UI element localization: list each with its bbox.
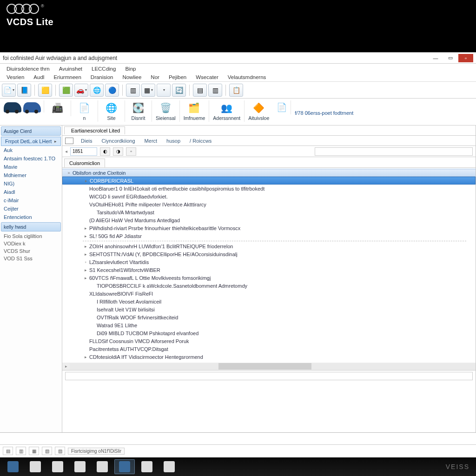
menu-item[interactable]: Nor: [146, 73, 164, 81]
tree-row[interactable]: XLldalsowreBIOIVF FisReFl: [62, 290, 476, 298]
tree-row[interactable]: WiCGD li swvnf EGRdlaedvforkiet.: [62, 192, 476, 200]
tool-button[interactable]: 🟨: [38, 84, 52, 97]
horizontal-scrollbar[interactable]: ▸: [62, 363, 476, 370]
taskbar-item[interactable]: [159, 459, 179, 474]
status-icon[interactable]: ▨: [55, 447, 65, 455]
toolbar-big-button[interactable]: 💽Disnrit: [125, 100, 152, 122]
sidebar-item[interactable]: VCDS Shur: [0, 247, 62, 255]
subtab[interactable]: Merct: [141, 137, 161, 145]
tree-group-header[interactable]: » Obilsfon ordne Cixritoin: [62, 169, 476, 177]
subtab[interactable]: husop: [163, 137, 184, 145]
tree-row[interactable]: ▫LZtsarslevlutlecrt Vitartidis: [62, 258, 476, 266]
subtab[interactable]: Ciyncordkiiong: [98, 137, 139, 145]
taskbar-item[interactable]: [47, 459, 68, 474]
tree-row[interactable]: ▸CDfotesioldiA IfT Vidiscirmoector Hente…: [62, 353, 476, 361]
tree-row[interactable]: Isehralt Ueit V1W birlisitsi: [62, 305, 476, 313]
tree-row[interactable]: ▸PWhdishd-riviart Prsrbe frinourhiuer th…: [62, 224, 476, 232]
sidebar-item[interactable]: Entencietion: [0, 213, 62, 221]
scrollbar-thumb[interactable]: [218, 363, 311, 370]
tree-row[interactable]: I Rllfilloth Veoset Avolamiceil: [62, 298, 476, 305]
filter-widget[interactable]: ◑: [113, 147, 123, 156]
car-icon[interactable]: [23, 102, 41, 112]
tree-row[interactable]: ▸S1 Kececshel1WßforctvWiBER: [62, 266, 476, 274]
status-icon[interactable]: ▧: [42, 447, 52, 455]
tree-row[interactable]: (D AliEGl HaW Ved Mardums Antedlgad: [62, 216, 476, 224]
taskbar-item[interactable]: [3, 459, 23, 474]
tool-button[interactable]: 📋: [229, 84, 243, 97]
sidebar-item[interactable]: Mdhiemer: [0, 171, 62, 179]
command-input[interactable]: [65, 372, 473, 380]
menu-item[interactable]: Avuinshet: [54, 65, 87, 73]
tool-button[interactable]: 🔵: [105, 84, 119, 97]
filter-input[interactable]: [70, 147, 97, 156]
minimize-button[interactable]: —: [429, 54, 443, 62]
toolbar-big-button[interactable]: 📄n: [71, 100, 98, 122]
menu-item[interactable]: Velautsmdnerns: [223, 73, 271, 81]
expand-icon[interactable]: ▸: [83, 252, 88, 257]
toolbar-big-button[interactable]: 🗂️Imfnueme: [180, 100, 210, 122]
sidebar-item-selected[interactable]: Frrpot DetL.ok LHert ▸: [1, 137, 61, 146]
expand-icon[interactable]: ▫: [83, 260, 88, 264]
tool-button[interactable]: 🚗: [74, 84, 88, 97]
tool-button[interactable]: 🌐: [90, 84, 104, 97]
maximize-button[interactable]: ▭: [443, 54, 457, 62]
tree-row[interactable]: Pacitrentetss AUTHTVCQP.Ditsgat: [62, 345, 476, 353]
menu-item[interactable]: Pejiben: [164, 73, 191, 81]
tool-button[interactable]: 🟩: [59, 84, 73, 97]
tree-row[interactable]: HooBlaruer1 0 InIEH1okait oti ertherdluc…: [62, 185, 476, 192]
sidebar-item[interactable]: Antsaim foestcec 1.TO: [0, 154, 62, 163]
filter-widget[interactable]: ▫: [126, 147, 136, 156]
filter-widget[interactable]: ◐: [100, 147, 110, 156]
tree-row[interactable]: TarsitudoVA Mrtartwdyast: [62, 208, 476, 216]
scanner-button[interactable]: 📠: [44, 100, 71, 116]
menu-item[interactable]: Wsecater: [191, 73, 223, 81]
sidebar-item[interactable]: Mavie: [0, 163, 62, 171]
tool-button[interactable]: ▦: [141, 84, 155, 97]
expand-icon[interactable]: ▸: [83, 268, 88, 272]
subtab[interactable]: Dieis: [77, 137, 96, 145]
taskbar-item[interactable]: [92, 459, 112, 474]
scroll-left-icon[interactable]: ▸: [62, 364, 70, 369]
sidebar-item[interactable]: VODiex k: [0, 240, 62, 247]
menu-item[interactable]: Eriurmneen: [49, 73, 86, 81]
toolbar-big-button[interactable]: 🌐Site: [98, 100, 125, 122]
expand-icon[interactable]: ▸: [83, 226, 88, 231]
expand-icon[interactable]: ▸: [83, 234, 88, 238]
menu-item[interactable]: LECCding: [87, 65, 120, 73]
tree-row[interactable]: FLLDSif Coosnusin VMCD Aiforsered Poruk: [62, 337, 476, 345]
tree-row[interactable]: Di09 MIBLD TUCBOM Pshkotaprd elvanfoed: [62, 329, 476, 337]
expand-icon[interactable]: ▸: [83, 178, 89, 183]
toolbar-big-button[interactable]: 🔶Aituivsloe: [245, 100, 273, 122]
status-icon[interactable]: ▤: [3, 447, 13, 455]
tree-row[interactable]: VsOtulHEHo81 Prifte milipeoter IVerrktce…: [62, 200, 476, 208]
expand-icon[interactable]: ▸: [83, 355, 88, 359]
tool-button[interactable]: ▤: [193, 84, 207, 97]
status-chip[interactable]: Fisrtcisigimg oN1f'IDiSlir: [68, 448, 125, 455]
tree-row[interactable]: OVTfRalk WOOF firfvinersittkeciteid: [62, 313, 476, 321]
car-icon[interactable]: [4, 102, 21, 112]
menu-item[interactable]: Diuirsdolence thrn: [2, 65, 54, 73]
subtab[interactable]: / Roiccws: [186, 137, 215, 145]
document-tab[interactable]: Eartianescrolcel Lited: [64, 126, 125, 134]
taskbar-item[interactable]: [25, 459, 46, 474]
tool-button[interactable]: 📄: [2, 84, 16, 97]
sidebar-item[interactable]: Fio Sola cigliltion: [0, 232, 62, 240]
expand-icon[interactable]: ▸: [83, 244, 88, 249]
section-tab[interactable]: Cuisromiclion: [64, 159, 105, 167]
menu-item[interactable]: Dranision: [86, 73, 118, 81]
tree-row[interactable]: ▸ZOIrH anohinsowhrH LUWldfon'1 BclitRTNE…: [62, 242, 476, 250]
status-icon[interactable]: ▥: [16, 447, 26, 455]
sidebar-item[interactable]: Auk: [0, 146, 62, 154]
taskbar-item-active[interactable]: [114, 459, 135, 474]
sidebar-item[interactable]: Ceijter: [0, 205, 62, 213]
expand-icon[interactable]: »: [66, 171, 72, 175]
menu-item[interactable]: Binp: [120, 65, 140, 73]
tool-button[interactable]: ▥: [208, 84, 222, 97]
expand-icon[interactable]: ▸: [83, 276, 88, 280]
tool-button[interactable]: 📘: [17, 84, 31, 97]
tree-row-selected[interactable]: ▸ CORBPERICRASL: [62, 177, 476, 185]
tree-row[interactable]: ▸60VTCS ñFmawafL L Ottie Movlkiveests fo…: [62, 274, 476, 282]
sidebar-item[interactable]: c·iMair: [0, 196, 62, 205]
tool-button[interactable]: [157, 84, 171, 97]
sidebar-item[interactable]: Aiadl: [0, 188, 62, 196]
